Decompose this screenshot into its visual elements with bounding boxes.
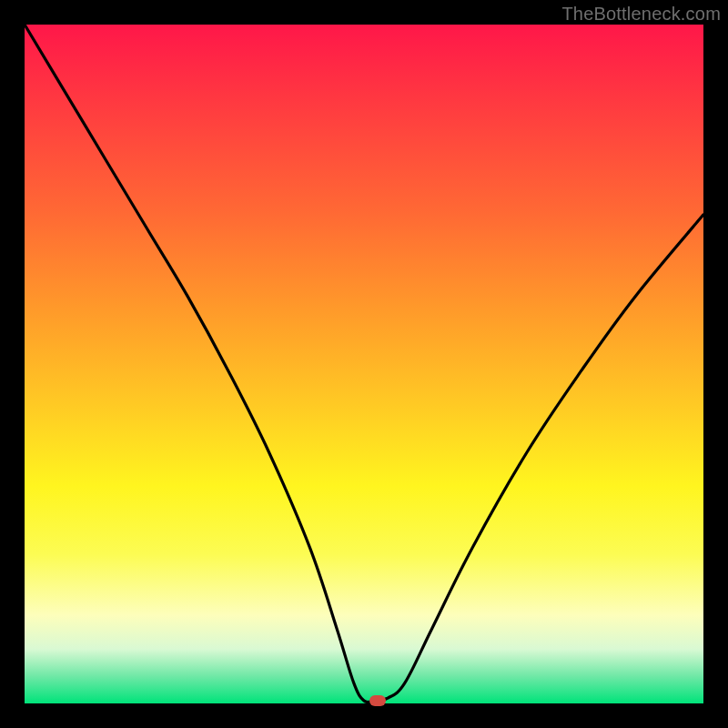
watermark-text: TheBottleneck.com — [561, 4, 721, 25]
minimum-marker — [369, 695, 386, 706]
bottleneck-curve — [25, 25, 703, 703]
plot-area — [25, 25, 703, 703]
chart-frame: TheBottleneck.com — [0, 0, 728, 728]
